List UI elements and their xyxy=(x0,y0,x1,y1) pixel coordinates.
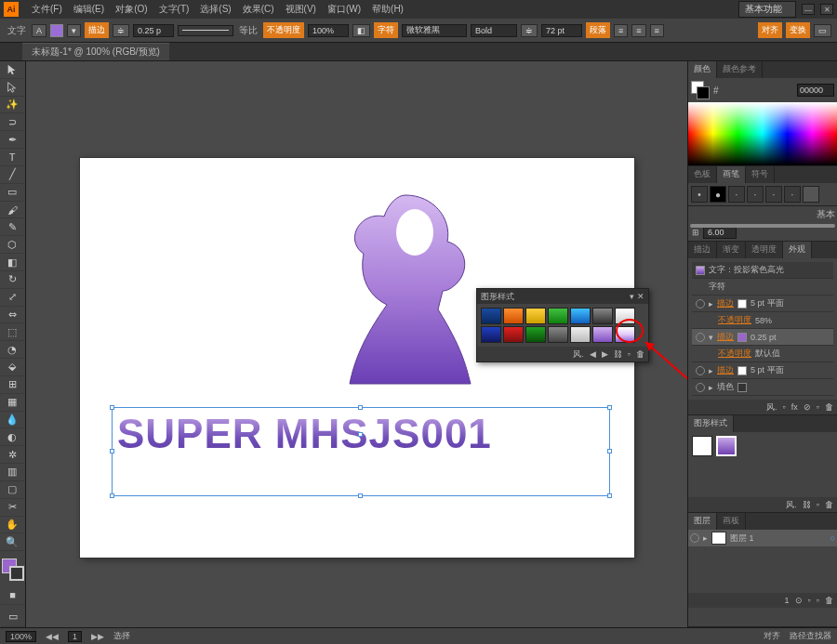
chain-icon[interactable]: ⛓ xyxy=(614,349,622,359)
align-left-icon[interactable]: ≡ xyxy=(614,24,628,37)
new-layer-icon[interactable]: ▫ xyxy=(817,596,819,605)
font-size-field[interactable] xyxy=(541,24,582,37)
shape-builder-tool[interactable]: ◔ xyxy=(0,341,24,359)
brush-lib-icon[interactable]: ⊞ xyxy=(692,228,699,237)
selection-tool[interactable] xyxy=(0,61,24,79)
width-tool[interactable]: ⇔ xyxy=(0,307,24,324)
align-right-icon[interactable]: ≡ xyxy=(650,24,664,37)
scale-tool[interactable]: ⤢ xyxy=(0,289,24,307)
tab-transparency[interactable]: 透明度 xyxy=(746,242,783,258)
expand-icon[interactable]: ▸ xyxy=(709,366,713,375)
fill-label[interactable]: 填色 xyxy=(717,381,734,393)
type-tool[interactable]: T xyxy=(0,149,24,166)
char-a-icon[interactable]: A xyxy=(32,24,46,37)
lasso-tool[interactable]: ⊃ xyxy=(0,113,24,131)
brush-item[interactable]: • xyxy=(691,186,708,203)
fill-stroke-control[interactable] xyxy=(2,559,24,581)
color-mode-solid[interactable]: ■ xyxy=(1,585,25,605)
gradient-tool[interactable]: ▦ xyxy=(0,394,24,412)
stroke-weight-field[interactable] xyxy=(133,24,174,37)
opacity-link[interactable]: 不透明度 xyxy=(718,348,751,360)
minimize-button[interactable]: — xyxy=(802,4,815,15)
style-swatch-selected[interactable] xyxy=(592,326,613,343)
font-style-field[interactable] xyxy=(471,24,517,37)
eyedropper-tool[interactable]: 💧 xyxy=(0,412,24,429)
new-icon[interactable]: ▫ xyxy=(628,349,631,359)
mesh-tool[interactable]: ⊞ xyxy=(0,376,24,394)
line-tool[interactable]: ╱ xyxy=(0,166,24,184)
expand-icon[interactable]: ▸ xyxy=(709,299,713,309)
tab-symbols[interactable]: 符号 xyxy=(746,166,775,183)
align-center-icon[interactable]: ≡ xyxy=(631,24,645,37)
graphic-styles-floating-panel[interactable]: 图形样式 ▾ ✕ xyxy=(476,288,649,362)
stroke-link[interactable]: 描边 xyxy=(717,297,734,309)
tab-color[interactable]: 颜色 xyxy=(688,61,717,78)
opacity-link[interactable]: 不透明度 xyxy=(718,314,751,326)
font-field[interactable] xyxy=(402,24,467,37)
screen-mode[interactable]: ▭ xyxy=(1,607,25,627)
menu-view[interactable]: 视图(V) xyxy=(280,3,322,16)
prev-icon[interactable]: ◀ xyxy=(590,349,596,359)
pathfinder-label[interactable]: 路径查找器 xyxy=(790,630,831,642)
tab-stroke[interactable]: 描边 xyxy=(688,242,717,258)
hand-tool[interactable]: ✋ xyxy=(0,517,24,534)
close-button[interactable]: ✕ xyxy=(820,4,833,15)
style-swatch[interactable] xyxy=(570,326,591,343)
blob-brush-tool[interactable]: ⬡ xyxy=(0,236,24,254)
menu-effect[interactable]: 效果(C) xyxy=(237,3,280,16)
slice-tool[interactable]: ✂ xyxy=(0,499,24,517)
new-fill-icon[interactable]: ▫ xyxy=(783,402,786,412)
artboard[interactable]: SUPER MHSJS001 图形样式 ▾ ✕ xyxy=(80,158,634,558)
menu-file[interactable]: 文件(F) xyxy=(26,3,68,16)
style-swatch[interactable] xyxy=(503,326,524,343)
tab-artboards[interactable]: 画板 xyxy=(717,513,746,530)
workspace-dropdown[interactable]: 基本功能 xyxy=(738,1,796,18)
style-swatch[interactable] xyxy=(548,308,568,324)
color-spectrum[interactable] xyxy=(688,102,837,165)
blend-tool[interactable]: ◐ xyxy=(0,428,24,446)
tab-graphic-styles[interactable]: 图形样式 xyxy=(688,415,734,432)
brush-item[interactable]: ● xyxy=(710,186,726,203)
style-swatch[interactable] xyxy=(615,326,635,343)
chain-icon[interactable]: ⛓ xyxy=(803,500,811,509)
fill-stroke-indicator[interactable] xyxy=(691,81,710,99)
style-swatch[interactable] xyxy=(503,308,524,324)
next-icon[interactable]: ▶ xyxy=(602,349,608,359)
align-panel-link[interactable]: 对齐 xyxy=(758,22,782,38)
pen-tool[interactable]: ✒ xyxy=(0,131,24,149)
visibility-icon[interactable] xyxy=(696,333,705,342)
brush-item[interactable]: · xyxy=(784,186,801,203)
brush-preview[interactable] xyxy=(178,25,233,36)
brush-item[interactable] xyxy=(803,186,819,203)
pencil-tool[interactable]: ✎ xyxy=(0,218,24,236)
artboard-nav-field[interactable]: 1 xyxy=(68,631,82,642)
fill-swatch[interactable] xyxy=(50,24,63,37)
uniform-label[interactable]: 等比 xyxy=(237,24,259,37)
canvas[interactable]: SUPER MHSJS001 图形样式 ▾ ✕ xyxy=(26,61,688,627)
align-panel-label[interactable]: 对齐 xyxy=(764,630,780,642)
brush-item[interactable]: · xyxy=(747,186,764,203)
magic-wand-tool[interactable]: ✨ xyxy=(0,97,24,114)
style-swatch[interactable] xyxy=(548,326,568,343)
paintbrush-tool[interactable]: 🖌 xyxy=(0,202,24,219)
fill-menu[interactable]: ▾ xyxy=(67,24,81,37)
tab-layers[interactable]: 图层 xyxy=(688,513,717,530)
graph-tool[interactable]: ▥ xyxy=(0,464,24,481)
clear-icon[interactable]: ⊘ xyxy=(804,402,811,412)
brush-basic-row[interactable]: 基本 xyxy=(688,205,837,224)
style-swatch[interactable] xyxy=(570,308,591,324)
expand-icon[interactable]: ▾ xyxy=(709,333,713,342)
paragraph-link[interactable]: 段落 xyxy=(586,22,610,38)
expand-icon[interactable]: ▸ xyxy=(703,533,708,543)
rotate-tool[interactable]: ↻ xyxy=(0,271,24,289)
panel-header[interactable]: 图形样式 ▾ ✕ xyxy=(477,289,648,304)
tab-brushes[interactable]: 画笔 xyxy=(717,166,746,183)
stroke-color[interactable] xyxy=(9,566,24,581)
stroke-link[interactable]: 描边 xyxy=(717,331,734,343)
character-link[interactable]: 字符 xyxy=(374,22,398,38)
opacity-link[interactable]: 不透明度 xyxy=(263,22,304,38)
expand-icon[interactable]: ▸ xyxy=(709,383,713,392)
free-transform-tool[interactable]: ⬚ xyxy=(0,323,24,341)
brush-size-field[interactable] xyxy=(703,226,737,239)
artboard-next-icon[interactable]: ▶▶ xyxy=(91,632,104,641)
